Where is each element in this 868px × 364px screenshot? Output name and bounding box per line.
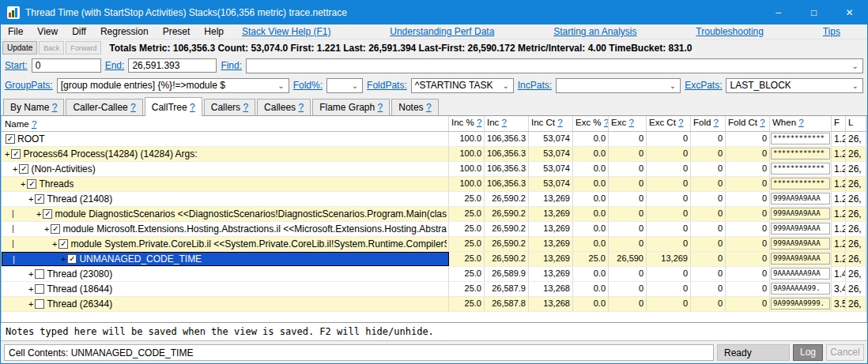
column-header-exc[interactable]: Exc ?: [609, 116, 647, 131]
grouppats-link[interactable]: GroupPats:: [5, 80, 53, 91]
cell-exc-ct[interactable]: 0: [647, 162, 691, 176]
cell-inc[interactable]: 106,356.3: [485, 132, 529, 146]
cell-fold-ct[interactable]: 0: [726, 147, 770, 161]
tab-help-link[interactable]: ?: [243, 102, 248, 113]
cell-last[interactable]: 26,: [846, 192, 866, 206]
cell-fold[interactable]: 0: [691, 282, 726, 296]
cell-inc-ct[interactable]: 13,269: [529, 222, 573, 236]
cell-exc[interactable]: 0: [609, 237, 647, 251]
cell-first[interactable]: 1.2: [832, 147, 846, 161]
minimize-button[interactable]: –: [760, 1, 796, 24]
cell-name[interactable]: |+✓module Microsoft.Extensions.Hosting.A…: [2, 222, 449, 236]
cell-inc[interactable]: 106,356.3: [485, 162, 529, 176]
row-checkbox[interactable]: ✓: [35, 194, 44, 204]
cell-when[interactable]: ************: [770, 162, 832, 176]
cell-exc-pct[interactable]: 0.0: [573, 222, 609, 236]
cell-exc-pct[interactable]: 0.0: [573, 162, 609, 176]
cell-first[interactable]: 1.2: [832, 237, 846, 251]
expander-icon[interactable]: +: [52, 239, 57, 249]
expander-icon[interactable]: +: [28, 284, 33, 294]
column-help-link[interactable]: ?: [502, 118, 507, 127]
column-header-inc-pct[interactable]: Inc % ?: [449, 116, 485, 131]
incpats-combobox[interactable]: ⌄: [556, 78, 681, 93]
help-link-understanding-perf-data[interactable]: Understanding Perf Data: [390, 26, 494, 37]
cell-inc-ct[interactable]: 13,269: [529, 192, 573, 206]
help-link-starting-an-analysis[interactable]: Starting an Analysis: [553, 26, 636, 37]
row-checkbox[interactable]: ✓: [51, 224, 60, 234]
column-header-name[interactable]: Name ?: [2, 116, 449, 131]
end-input[interactable]: [128, 58, 217, 73]
tree-row-threads[interactable]: +✓Threads100.0106,356.353,0740.00000****…: [2, 177, 866, 192]
tab-help-link[interactable]: ?: [298, 102, 304, 113]
column-help-link[interactable]: ?: [798, 118, 803, 127]
expander-icon[interactable]: +: [13, 164, 17, 174]
cell-first[interactable]: 1.2: [832, 222, 846, 236]
column-header-first[interactable]: F: [832, 116, 846, 131]
cell-last[interactable]: 26,: [846, 177, 866, 191]
expander-icon[interactable]: +: [28, 269, 33, 279]
cell-inc-ct[interactable]: 53,074: [529, 162, 573, 176]
tree-row-unmanaged-code-time[interactable]: |+✓UNMANAGED_CODE_TIME25.026,590.213,269…: [2, 252, 866, 267]
cell-fold-ct[interactable]: 0: [726, 162, 770, 176]
tree-row-thread-26344[interactable]: +Thread (26344)25.026,587.813,2680.00000…: [2, 297, 866, 312]
start-input[interactable]: [32, 58, 101, 73]
menu-diff[interactable]: Diff: [65, 25, 93, 38]
cell-inc[interactable]: 26,587.8: [485, 297, 529, 311]
row-checkbox[interactable]: ✓: [43, 209, 52, 219]
cell-exc[interactable]: 0: [609, 132, 647, 146]
cell-last[interactable]: 26,: [846, 282, 866, 296]
cell-exc[interactable]: 0: [609, 147, 647, 161]
cell-fold[interactable]: 0: [691, 132, 726, 146]
tab-help-link[interactable]: ?: [190, 102, 195, 113]
cell-name[interactable]: |+✓module DiagnosticScenarios <<Diagnost…: [2, 207, 449, 221]
tree-row-thread-23080[interactable]: +Thread (23080)25.026,589.913,2690.00000…: [2, 267, 866, 282]
column-help-link[interactable]: ?: [714, 118, 719, 127]
tree-row-module-diagnosticscenarios-diagnosticsce[interactable]: |+✓module DiagnosticScenarios <<Diagnost…: [2, 207, 866, 222]
find-link[interactable]: Find:: [221, 60, 242, 71]
dropdown-arrow-icon[interactable]: ⌄: [500, 81, 511, 90]
cell-exc-pct[interactable]: 0.0: [573, 192, 609, 206]
cell-fold[interactable]: 0: [691, 162, 726, 176]
column-help-link[interactable]: ?: [628, 118, 633, 127]
dropdown-arrow-icon[interactable]: ⌄: [667, 81, 678, 90]
cell-first[interactable]: 1.2: [832, 177, 846, 191]
cell-name[interactable]: +Thread (23080): [2, 267, 449, 281]
cell-exc-ct[interactable]: 0: [647, 297, 691, 311]
cell-inc-ct[interactable]: 13,269: [529, 252, 573, 266]
expander-icon[interactable]: +: [28, 299, 33, 309]
menu-regression[interactable]: Regression: [93, 25, 156, 38]
cell-fold[interactable]: 0: [691, 237, 726, 251]
cell-fold[interactable]: 0: [691, 192, 726, 206]
cell-inc-pct[interactable]: 25.0: [449, 267, 485, 281]
cell-inc[interactable]: 26,590.2: [485, 237, 529, 251]
foldpct-link[interactable]: Fold%:: [293, 80, 323, 91]
cell-when[interactable]: 9A9AAAAA99.: [770, 282, 832, 296]
cell-inc-pct[interactable]: 100.0: [449, 132, 485, 146]
start-link[interactable]: Start:: [5, 60, 28, 71]
cell-inc[interactable]: 26,587.9: [485, 282, 529, 296]
cell-first[interactable]: 1.2: [832, 132, 846, 146]
dropdown-arrow-icon[interactable]: ⌄: [850, 81, 861, 90]
cell-exc-ct[interactable]: 0: [647, 192, 691, 206]
cell-first[interactable]: 1.2: [832, 192, 846, 206]
column-help-link[interactable]: ?: [678, 118, 683, 127]
column-help-link[interactable]: ?: [760, 118, 764, 127]
forward-button[interactable]: Forward: [66, 41, 101, 54]
cell-exc-ct[interactable]: 0: [647, 267, 691, 281]
grouppats-combobox[interactable]: [group module entries] {%}!=>module $ ⌄: [57, 78, 289, 93]
tree-row-module-microsoft-extensions-hosting-abst[interactable]: |+✓module Microsoft.Extensions.Hosting.A…: [2, 222, 866, 237]
menu-preset[interactable]: Preset: [156, 25, 198, 38]
cell-inc[interactable]: 26,590.2: [485, 192, 529, 206]
cell-exc-ct[interactable]: 13,269: [647, 252, 691, 266]
cell-exc-ct[interactable]: 0: [647, 222, 691, 236]
maximize-button[interactable]: □: [796, 1, 832, 24]
cell-fold-ct[interactable]: 0: [726, 207, 770, 221]
column-header-fold-ct[interactable]: Fold Ct ?: [726, 116, 770, 131]
tab-help-link[interactable]: ?: [52, 102, 58, 113]
cell-exc[interactable]: 0: [609, 162, 647, 176]
cell-last[interactable]: 26,: [846, 252, 866, 266]
foldpats-combobox[interactable]: ^STARTING TASK ⌄: [411, 78, 514, 93]
cell-inc-ct[interactable]: 13,268: [529, 297, 573, 311]
cell-fold-ct[interactable]: 0: [726, 192, 770, 206]
row-checkbox[interactable]: [35, 269, 44, 279]
